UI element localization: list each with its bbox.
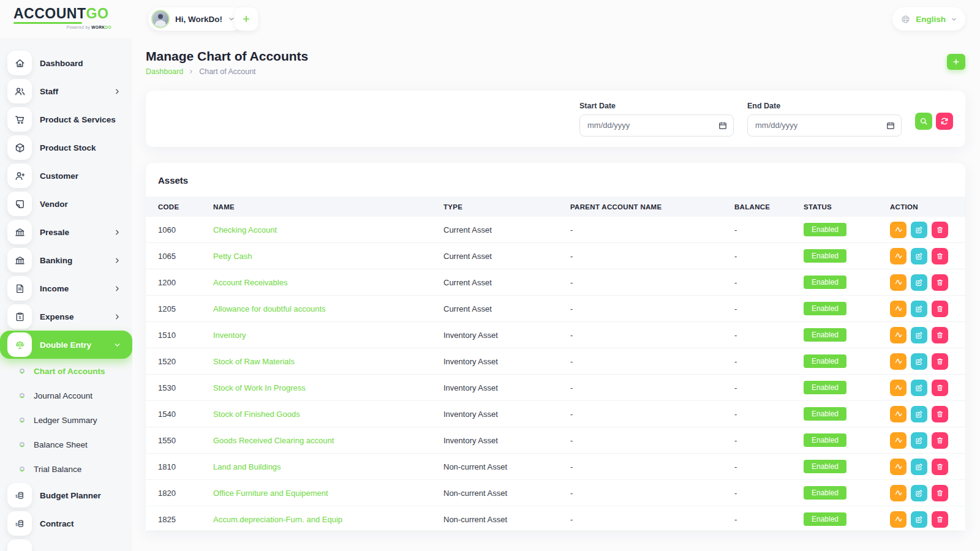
language-selector[interactable]: English — [892, 7, 965, 31]
account-name: Land and Buildings — [213, 462, 443, 471]
sidebar-subitem-trial-balance[interactable]: Trial Balance — [0, 457, 132, 481]
edit-button[interactable] — [911, 432, 927, 449]
edit-button[interactable] — [911, 274, 927, 291]
transactions-button[interactable] — [890, 459, 907, 475]
account-name-link[interactable]: Office Furniture and Equipement — [213, 489, 328, 498]
sidebar-item-contract[interactable]: Contract — [0, 509, 132, 538]
account-balance: - — [734, 383, 804, 392]
sidebar-item-customer[interactable]: Customer — [0, 162, 132, 190]
status-badge: Enabled — [804, 276, 846, 289]
sidebar-item-vendor[interactable]: Vendor — [0, 190, 132, 218]
delete-button[interactable] — [932, 353, 948, 370]
breadcrumb-dashboard-link[interactable]: Dashboard — [146, 67, 183, 76]
section-title: Assets — [146, 175, 965, 197]
sidebar-item-dashboard[interactable]: Dashboard — [0, 49, 132, 77]
sidebar-item-staff[interactable]: Staff — [0, 77, 132, 105]
sidebar-subitem-ledger-summary[interactable]: Ledger Summary — [0, 408, 132, 432]
delete-button[interactable] — [932, 301, 948, 317]
account-name-link[interactable]: Goods Received Clearing account — [213, 436, 334, 445]
delete-button[interactable] — [932, 459, 948, 475]
account-code: 1200 — [146, 278, 213, 287]
transactions-button[interactable] — [890, 274, 907, 291]
end-date-input[interactable] — [747, 114, 902, 137]
account-name-link[interactable]: Petty Cash — [213, 252, 252, 261]
plus-icon — [241, 14, 251, 24]
sidebar-item-presale[interactable]: Presale — [0, 218, 132, 246]
sidebar-item-budget-planner[interactable]: Budget Planner — [0, 481, 132, 509]
transactions-button[interactable] — [890, 380, 907, 396]
sidebar-item-double-entry[interactable]: Double Entry — [0, 331, 132, 359]
transactions-button[interactable] — [890, 248, 907, 264]
account-type: Inventory Asset — [443, 331, 570, 340]
trash-icon — [935, 225, 944, 234]
transactions-button[interactable] — [890, 432, 907, 449]
delete-button[interactable] — [932, 380, 948, 396]
edit-button[interactable] — [911, 406, 927, 422]
user-plus-icon — [7, 163, 32, 188]
sidebar-item-income[interactable]: Income — [0, 274, 132, 302]
delete-button[interactable] — [932, 406, 948, 422]
sidebar-subitem-chart-of-accounts[interactable]: Chart of Accounts — [0, 359, 132, 383]
account-name-link[interactable]: Stock of Finished Goods — [213, 410, 300, 419]
transactions-button[interactable] — [890, 222, 907, 238]
delete-button[interactable] — [932, 432, 948, 449]
edit-button[interactable] — [911, 248, 927, 264]
parent-account: - — [570, 489, 734, 498]
edit-button[interactable] — [911, 222, 927, 238]
edit-button[interactable] — [911, 485, 927, 501]
edit-icon — [914, 436, 924, 445]
delete-button[interactable] — [932, 511, 948, 528]
delete-button[interactable] — [932, 485, 948, 501]
account-name-link[interactable]: Account Receivables — [213, 278, 287, 287]
activity-icon — [894, 488, 903, 498]
sidebar-item-banking[interactable]: Banking — [0, 246, 132, 274]
edit-button[interactable] — [911, 511, 927, 528]
brand-logo[interactable]: ACCOUNTGO Powered by WORKDO — [13, 6, 124, 29]
edit-button[interactable] — [911, 380, 927, 396]
apply-filter-button[interactable] — [915, 113, 932, 130]
start-date-input[interactable] — [579, 114, 734, 137]
account-code: 1205 — [146, 304, 213, 313]
edit-button[interactable] — [911, 327, 927, 343]
sidebar-item-product-stock[interactable]: Product Stock — [0, 133, 132, 162]
transactions-button[interactable] — [890, 327, 907, 343]
delete-button[interactable] — [932, 327, 948, 343]
account-name-link[interactable]: Inventory — [213, 331, 246, 340]
edit-button[interactable] — [911, 353, 927, 370]
status-badge: Enabled — [804, 249, 846, 263]
account-type: Non-current Asset — [443, 515, 570, 524]
account-name-link[interactable]: Checking Account — [213, 225, 277, 234]
main-content: Manage Chart of Accounts Dashboard Chart… — [146, 38, 965, 530]
delete-button[interactable] — [932, 274, 948, 291]
delete-button[interactable] — [932, 222, 948, 238]
transactions-button[interactable] — [890, 406, 907, 422]
account-name-link[interactable]: Stock of Raw Materials — [213, 357, 295, 366]
assets-card: Assets CODENAMETYPEPARENT ACCOUNT NAMEBA… — [146, 163, 965, 530]
transactions-button[interactable] — [890, 485, 907, 501]
transactions-button[interactable] — [890, 301, 907, 317]
status-badge: Enabled — [804, 407, 846, 421]
transactions-button[interactable] — [890, 353, 907, 370]
quick-add-button[interactable] — [235, 7, 258, 31]
vendor-icon — [7, 192, 32, 216]
sidebar-item-partial[interactable] — [0, 538, 132, 551]
account-name-link[interactable]: Stock of Work In Progress — [213, 383, 306, 392]
sidebar-item-expense[interactable]: Expense — [0, 302, 132, 331]
delete-button[interactable] — [932, 248, 948, 264]
account-balance: - — [734, 304, 804, 313]
sidebar-subitem-balance-sheet[interactable]: Balance Sheet — [0, 432, 132, 457]
bullet-icon — [20, 467, 24, 471]
edit-button[interactable] — [911, 301, 927, 317]
activity-icon — [894, 225, 903, 234]
account-name-link[interactable]: Accum.depreciation-Furn. and Equip — [213, 515, 342, 524]
account-name-link[interactable]: Land and Buildings — [213, 462, 281, 471]
create-account-button[interactable] — [947, 54, 965, 70]
reset-filter-button[interactable] — [936, 113, 953, 130]
edit-button[interactable] — [911, 459, 927, 475]
sidebar-subitem-journal-account[interactable]: Journal Account — [0, 383, 132, 408]
transactions-button[interactable] — [890, 511, 907, 528]
user-menu[interactable]: Hi, WorkDo! — [148, 7, 244, 31]
chevron-right-icon — [113, 285, 121, 293]
sidebar-item-product-services[interactable]: Product & Services — [0, 105, 132, 133]
account-name-link[interactable]: Allowance for doubtful accounts — [213, 304, 326, 313]
